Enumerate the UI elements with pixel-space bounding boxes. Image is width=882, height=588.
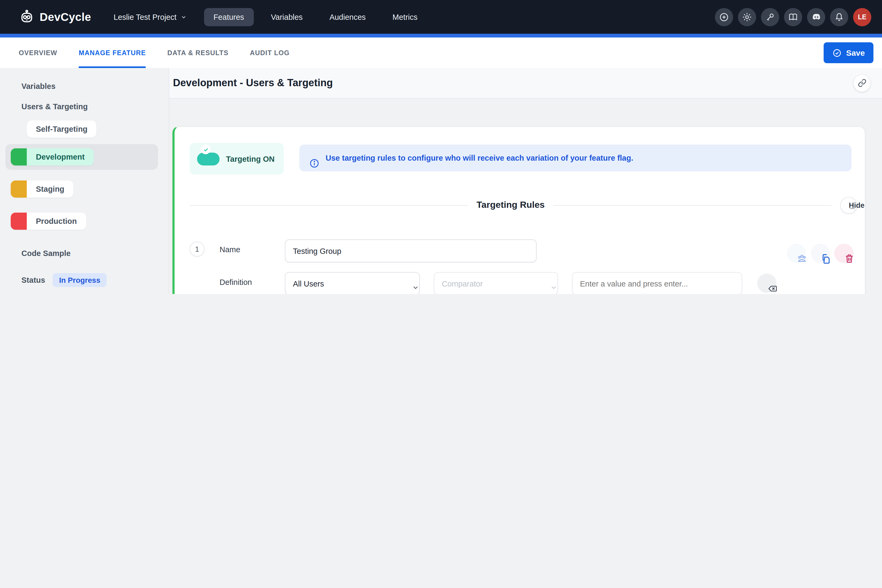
page-title: Development - Users & Targeting [173, 77, 333, 89]
divider [553, 205, 832, 206]
name-label: Name [220, 245, 240, 254]
hide-rules-button[interactable]: Hide [840, 197, 857, 213]
top-navbar: DevCycle Leslie Test Project Features Va… [0, 0, 882, 34]
nav-item-metrics[interactable]: Metrics [383, 8, 427, 26]
project-selector[interactable]: Leslie Test Project [114, 13, 187, 21]
main-panel: Development - Users & Targeting [169, 68, 882, 294]
tab-data-results[interactable]: DATA & RESULTS [167, 38, 228, 68]
env-pill-staging: Staging [11, 180, 74, 198]
definition-label: Definition [220, 278, 252, 286]
sidebar-status-row: Status In Progress [21, 273, 169, 288]
docs-button[interactable] [784, 8, 802, 26]
project-name: Leslie Test Project [114, 13, 177, 21]
delete-rule-button[interactable] [834, 244, 854, 263]
env-label: Development [27, 148, 94, 165]
targeting-status-box: Targeting ON [190, 143, 284, 175]
env-label: Staging [27, 180, 74, 198]
key-icon [765, 12, 776, 22]
navbar-actions: LE [715, 8, 871, 26]
plus-circle-icon [718, 12, 729, 22]
api-keys-button[interactable] [761, 8, 779, 26]
targeting-toggle[interactable] [197, 152, 220, 165]
env-color-staging [11, 180, 27, 198]
notifications-button[interactable] [830, 8, 848, 26]
comparator-select[interactable]: Comparator [434, 272, 558, 294]
check-circle-icon [832, 48, 842, 58]
discord-button[interactable] [807, 8, 825, 26]
banner-text: Use targeting rules to configure who wil… [326, 154, 633, 162]
env-label: Production [27, 213, 86, 230]
sidebar-env-production[interactable]: Production [5, 208, 158, 234]
tab-overview[interactable]: OVERVIEW [19, 38, 57, 68]
nav-item-audiences[interactable]: Audiences [320, 8, 375, 26]
save-button-label: Save [846, 48, 865, 57]
copy-link-button[interactable] [854, 75, 870, 91]
targeting-toggle-label: Targeting ON [226, 154, 275, 163]
nav-item-features[interactable]: Features [204, 8, 254, 26]
duplicate-rule-button[interactable] [811, 244, 830, 263]
nav-item-variables[interactable]: Variables [261, 8, 312, 26]
app-window: DevCycle Leslie Test Project Features Va… [0, 0, 882, 294]
feature-tabs: OVERVIEW MANAGE FEATURE DATA & RESULTS A… [19, 38, 290, 68]
gear-icon [742, 12, 752, 22]
env-color-production [11, 213, 27, 230]
definition-value-field [572, 272, 742, 294]
brand-name: DevCycle [40, 10, 91, 23]
tab-audit-log[interactable]: AUDIT LOG [250, 38, 290, 68]
audience-button[interactable] [787, 244, 806, 263]
robot-logo-icon [19, 9, 35, 25]
chevron-down-icon [180, 14, 187, 20]
create-button[interactable] [715, 8, 733, 26]
definition-select[interactable]: All Users [285, 272, 420, 294]
settings-button[interactable] [738, 8, 756, 26]
rule-name-field [285, 239, 537, 262]
main-header: Development - Users & Targeting [169, 68, 882, 99]
bell-icon [834, 12, 844, 22]
definition-value-input[interactable] [580, 279, 734, 288]
save-button[interactable]: Save [824, 42, 873, 63]
targeting-info-banner: Use targeting rules to configure who wil… [299, 145, 852, 171]
status-badge[interactable]: In Progress [53, 273, 107, 287]
hide-button-label: Hide [849, 201, 865, 209]
accent-bar [0, 34, 882, 38]
sidebar-item-users-targeting[interactable]: Users & Targeting [21, 99, 169, 114]
devcycle-logo[interactable]: DevCycle [19, 9, 91, 25]
comparator-placeholder: Comparator [442, 279, 483, 288]
sidebar-item-self-targeting[interactable]: Self-Targeting [27, 120, 97, 138]
book-icon [788, 12, 798, 22]
sidebar-item-variables[interactable]: Variables [21, 79, 169, 94]
tab-manage-feature[interactable]: MANAGE FEATURE [79, 38, 146, 68]
content-area: Variables Users & Targeting Self-Targeti… [0, 68, 882, 294]
env-pill-development: Development [11, 148, 94, 165]
clear-definition-button[interactable] [757, 274, 777, 293]
primary-nav: Features Variables Audiences Metrics [204, 8, 427, 26]
discord-icon [810, 11, 822, 22]
section-title: Targeting Rules [477, 200, 544, 210]
status-label: Status [21, 273, 45, 288]
user-avatar[interactable]: LE [853, 8, 871, 26]
rule-number: 1 [190, 242, 205, 256]
sidebar-env-staging[interactable]: Staging [5, 176, 158, 202]
link-icon [858, 79, 866, 87]
divider [190, 205, 468, 206]
environment-targeting-card: Targeting ON Use targeting rules to conf… [172, 126, 866, 294]
rule-name-input[interactable] [293, 247, 528, 255]
feature-tabbar: OVERVIEW MANAGE FEATURE DATA & RESULTS A… [0, 38, 882, 68]
definition-value: All Users [293, 279, 324, 288]
toggle-check-icon [201, 145, 210, 154]
sidebar-item-code-sample[interactable]: Code Sample [21, 246, 169, 261]
feature-sidebar: Variables Users & Targeting Self-Targeti… [0, 68, 169, 294]
env-pill-production: Production [11, 213, 86, 230]
sidebar-env-development[interactable]: Development [5, 144, 158, 170]
targeting-rules-header: Targeting Rules Hide [190, 197, 857, 213]
env-color-development [11, 148, 27, 165]
